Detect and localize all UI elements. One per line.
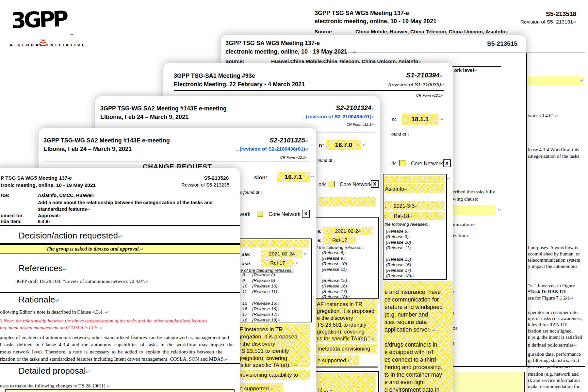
text-fragment: cribed the tasks fully [453, 189, 495, 195]
agenda-item-text: 6.4.9 [38, 219, 48, 224]
document-card-s5-213520[interactable]: P TSG SA WG5 Meeting 137-e tronic meetin… [0, 168, 240, 392]
release-text: (Release 9) [322, 256, 345, 261]
found-at-fragment: e found at ↓ [240, 189, 263, 195]
doc-number: S5-213520 [204, 175, 229, 181]
proposal-text: poses to make the following changes to T… [0, 383, 110, 389]
cr-form-version: CR-Form-v12.1↵ [416, 93, 444, 97]
found-at-fragment: ound at ↓ [391, 131, 409, 137]
body-line: (e.g. number and [384, 311, 428, 318]
text-fragment: imization↵ [453, 221, 475, 227]
doc-number-text: S1-210394 [406, 71, 440, 79]
divider-line [0, 225, 240, 226]
highlight-bar [5, 389, 235, 392]
editors-note-line2: ding intent driven management and COSLA … [0, 325, 103, 331]
down-arrow-icon: ↓ [293, 268, 295, 273]
date-label: ate: [242, 252, 251, 257]
down-arrow-icon: ↓ [277, 289, 279, 294]
down-arrow-icon: ↓ [411, 268, 413, 273]
doc-revision-text: (revision of S2-2100435r01) [306, 114, 371, 119]
checkbox-empty[interactable] [399, 160, 405, 166]
pilcrow-mark-icon: ↵ [87, 207, 90, 212]
pilcrow-mark-icon: ↵ [371, 115, 375, 119]
release-item: (Release 9)↓ [322, 256, 347, 261]
release-item: (Release 8)↓ [386, 229, 411, 234]
text-fragment: “Task D: RAN UE [528, 289, 566, 295]
release-num: 17 [242, 312, 247, 317]
checkbox-core-network[interactable]: X [443, 159, 451, 167]
logo-tm: ™ [70, 33, 73, 37]
down-arrow-icon: ↓ [411, 257, 413, 262]
source-value: China Mobile, Huawei, China Telecom, Chi… [355, 29, 509, 35]
note-intro-text: ollowing Editor’s note is described in C… [0, 309, 104, 315]
release-text: (Release 18) [322, 294, 347, 299]
meeting-title: 3GPP TSG SA WG5 Meeting 137-e [225, 40, 320, 47]
down-arrow-icon: ↓ [261, 190, 263, 195]
release-item: (Release 8)↓ [252, 272, 277, 277]
decision-highlight-bar: The group is asked to discuss and approv… [0, 244, 240, 254]
checkbox-core-network[interactable]: X [371, 180, 379, 188]
release-value: Rel-17 [323, 236, 356, 244]
text-fragment: n (e.g. the intent is satisfied [528, 335, 582, 340]
body-line: ices require data [384, 319, 427, 326]
down-arrow-icon: ↓ [347, 289, 349, 294]
pilcrow-mark-icon: ↵ [415, 204, 418, 209]
meeting-title: 3GPP TSG-WG SA2 Meeting #143E e-meeting [43, 137, 170, 144]
source-value: AsiaInfo, CMCC, Huawei↵ [38, 193, 96, 198]
editors-note-text: ding intent driven management and COSLA … [0, 325, 99, 330]
text-fragment: lause 4.3.4 Workflow, this [528, 147, 579, 153]
pilcrow-mark-icon: ↵ [472, 222, 475, 227]
pilcrow-mark-icon: ↵ [86, 369, 90, 375]
release-item: (Release 17)↓ [322, 289, 349, 294]
text-fragment: l purposes. A workflow is [528, 245, 578, 251]
text-fragment: rmation (e.g. network and [528, 371, 579, 377]
checkbox-empty[interactable] [257, 211, 263, 217]
pilcrow-mark-icon: ↵ [305, 147, 308, 152]
version-value: 18.1.1 [402, 114, 438, 125]
decision-text: The group is asked to discuss and approv… [46, 246, 189, 252]
body-line: ts in the container may [384, 371, 442, 378]
cr-source-value: AsiaInfo↵ [385, 186, 407, 192]
release-text: (Release 8) [322, 250, 345, 255]
decision-text-inner: The group is asked to discuss and approv… [46, 246, 140, 252]
pilcrow-mark-icon: ↵ [347, 295, 350, 299]
checkbox-core-network[interactable]: X [302, 210, 310, 218]
source-value-text: AsiaInfo, CMCC, Huawei [38, 193, 93, 198]
pilcrow-mark-icon: ↵ [353, 50, 356, 55]
release-item: (Release 9)↓ [252, 278, 277, 283]
release-item: (Release 15)↓ [386, 257, 413, 262]
release-text: (Release 9) [386, 234, 409, 239]
section-title-text: References [19, 263, 63, 273]
pilcrow-mark-icon: ↵ [498, 207, 501, 212]
divider-line [0, 229, 240, 229]
version-value: 16.7.0 [326, 140, 361, 150]
doc-number: S2-2101325↵ [270, 137, 308, 144]
body-text: e supported. [318, 357, 348, 363]
release-value: Rel-17 [261, 259, 294, 267]
found-at-fragment: ound at ↓ [318, 157, 335, 163]
release-item: (Release 18)↵ [322, 294, 350, 299]
body-line: e equipped with IoT [384, 349, 434, 356]
doc-revision: Revision of S5-213235 [181, 182, 229, 188]
highlight-band [318, 197, 376, 206]
down-arrow-icon: ↓ [411, 263, 413, 267]
meeting-venue: Elbonia, Feb 24 – March 9, 2021 [43, 146, 132, 153]
body-text: R ... [318, 387, 328, 392]
releases-intro-text: the following releases: [384, 222, 428, 227]
version-label-fragment: sion: [254, 174, 268, 181]
text-fragment: “is”, however, in Figure [528, 283, 575, 288]
pilcrow-mark-icon: ↵ [348, 359, 351, 363]
pilcrow-mark-icon: ↵ [277, 318, 281, 322]
body-line: cs for specific TAI(s)).” ↵ [317, 335, 375, 342]
section-detailed-proposal: Detailed proposal↵ [19, 366, 90, 376]
date-label-fragment: e: [318, 229, 321, 234]
down-arrow-icon: ↓ [347, 267, 349, 272]
release-item: (Release 11)↓ [386, 245, 413, 250]
divider-line [0, 261, 240, 261]
release-text: (Release 18) [252, 318, 277, 322]
releases-intro: e of the following releases:↓ [240, 268, 295, 273]
divider-line [174, 90, 444, 91]
checkbox-empty[interactable] [329, 181, 335, 187]
release-item: (Release 15)↓ [252, 301, 279, 306]
rationale-para-line: ol tasks defined in Clause 4.3.4 and the… [0, 342, 234, 348]
pilcrow-mark-icon: ↵ [295, 261, 299, 265]
